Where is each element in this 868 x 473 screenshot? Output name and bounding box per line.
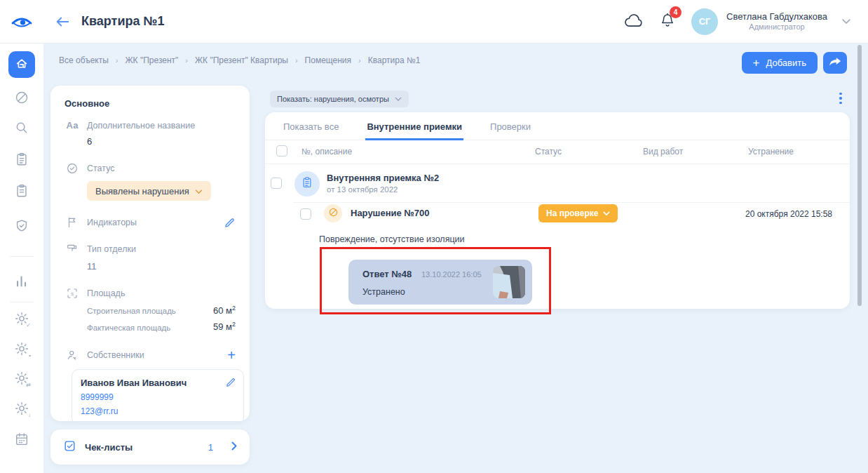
avatar: СГ: [691, 8, 718, 35]
notifications-button[interactable]: 4: [659, 11, 676, 32]
vertical-scrollbar-thumb[interactable]: [857, 45, 862, 306]
status-label: Статус: [87, 164, 115, 173]
violation-status-value: На проверке: [546, 208, 598, 218]
sidebar-item-settings-user[interactable]: •: [8, 336, 35, 363]
area-row: Строительная площадь 60 м2: [87, 305, 236, 316]
sidebar-item-settings-sync[interactable]: ⇄: [8, 366, 35, 392]
owner-card: Иванов Иван Иванович 8999999 123@rr.ru: [72, 369, 244, 425]
inspection-title[interactable]: Внутренняя приемка №2: [327, 173, 439, 183]
sidebar-item-inspections[interactable]: [8, 147, 35, 173]
additional-name-label: Дополнительное название: [87, 121, 195, 131]
owner-phone-link[interactable]: 8999999: [81, 392, 235, 402]
paint-roller-icon: [65, 243, 80, 255]
annotation-highlight-box: Ответ №48 13.10.2022 16:05 Устранено: [320, 247, 551, 314]
notifications-count-badge: 4: [670, 6, 681, 18]
area-row-label: Строительная площадь: [87, 307, 176, 315]
cloud-icon: [624, 13, 644, 30]
checklists-label: Чек-листы: [85, 442, 133, 453]
sidebar-item-violations[interactable]: [8, 85, 35, 112]
app-logo-eye-icon[interactable]: [0, 13, 43, 31]
chevron-down-icon: [603, 208, 610, 218]
owners-label: Собственники: [87, 350, 144, 360]
area-row-sup: 2: [232, 321, 236, 328]
tabs: Показать все Внутренние приемки Проверки: [265, 112, 850, 140]
answer-photo-thumbnail[interactable]: [493, 266, 525, 298]
svg-text:s: s: [71, 291, 74, 297]
checklists-count: 1: [208, 442, 213, 453]
breadcrumb-separator: ›: [116, 56, 118, 65]
breadcrumb-item[interactable]: ЖК "Презент": [126, 55, 179, 65]
tab-show-all[interactable]: Показать все: [282, 112, 340, 140]
info-panel-title: Основное: [65, 98, 236, 109]
sidebar-item-documents[interactable]: [8, 178, 35, 205]
sidebar-divider: [10, 302, 34, 302]
chevron-down-icon: [195, 186, 203, 196]
edit-indicators-button[interactable]: [224, 217, 236, 229]
column-header-description: №, описание: [301, 147, 352, 156]
violation-row-checkbox[interactable]: [300, 208, 311, 220]
tab-checks[interactable]: Проверки: [489, 112, 532, 140]
violation-status-dropdown[interactable]: На проверке: [538, 204, 618, 222]
inspection-row-checkbox[interactable]: [271, 178, 282, 189]
shield-check-icon: [14, 218, 29, 236]
sync-sub-icon: ⇄: [26, 382, 31, 388]
text-aa-icon: Аа: [65, 120, 80, 131]
column-header-status: Статус: [535, 147, 562, 156]
tab-internal-acceptances[interactable]: Внутренние приемки: [365, 112, 463, 140]
column-header-resolution: Устранение: [748, 147, 794, 156]
user-role: Администратор: [726, 22, 827, 32]
download-sub-icon: ↓: [28, 413, 31, 418]
records-column: Показать: нарушения, осмотры Показать вс…: [265, 44, 850, 473]
user-menu[interactable]: СГ Светлана Габдулхакова Администратор: [691, 8, 851, 35]
gear-check-icon: ✓: [14, 311, 29, 328]
status-value: Выявлены нарушения: [95, 186, 189, 196]
additional-name-value: 6: [87, 136, 236, 147]
topbar-actions: 4 СГ Светлана Габдулхакова Администратор: [624, 8, 868, 35]
area-row-label: Фактическая площадь: [87, 324, 170, 332]
owner-email-link[interactable]: 123@rr.ru: [81, 406, 235, 416]
breadcrumb-item[interactable]: Все объекты: [59, 55, 109, 65]
violation-title[interactable]: Нарушение №700: [351, 208, 430, 218]
answer-title: Ответ №48: [362, 269, 412, 279]
area-row-value: 59 м: [213, 322, 232, 333]
check-circle-icon: [65, 162, 80, 175]
area-s-icon: s: [65, 287, 80, 300]
violation-avatar: [324, 204, 342, 222]
divider: [265, 164, 850, 164]
sidebar-item-guarantees[interactable]: [8, 213, 35, 240]
blocked-icon: [328, 207, 339, 220]
edit-owner-button[interactable]: [225, 377, 236, 388]
bar-chart-icon: [14, 274, 29, 291]
select-all-checkbox[interactable]: [276, 145, 287, 156]
filter-label: Показать: нарушения, осмотры: [277, 95, 389, 103]
more-menu-button[interactable]: [834, 88, 847, 108]
status-dropdown[interactable]: Выявлены нарушения: [87, 181, 211, 201]
sidebar-item-home[interactable]: [8, 51, 35, 78]
cloud-sync-button[interactable]: [624, 13, 644, 30]
owner-name: Иванов Иван Иванович: [81, 378, 214, 388]
sidebar-item-settings-download[interactable]: ↓: [8, 396, 35, 422]
info-panel: Основное Аа Дополнительное название 6 Ст…: [50, 86, 250, 421]
chevron-down-icon: [395, 95, 402, 103]
sidebar-item-search[interactable]: [8, 115, 35, 142]
violation-description: Повреждение, отсутствие изоляции: [319, 234, 465, 244]
indicators-label: Индикаторы: [87, 218, 137, 227]
sidebar-item-statistics[interactable]: [8, 269, 35, 295]
checklists-card[interactable]: Чек-листы 1: [50, 429, 250, 465]
chevron-down-icon: [841, 16, 851, 27]
documents-icon: [14, 183, 29, 201]
column-header-work-type: Вид работ: [643, 147, 683, 156]
inspection-avatar: [294, 171, 320, 196]
sidebar-item-settings-check[interactable]: ✓: [8, 306, 35, 333]
add-owner-button[interactable]: +: [227, 348, 236, 362]
finish-type-value: 11: [87, 261, 236, 272]
finish-type-label: Тип отделки: [87, 244, 136, 254]
answer-card[interactable]: Ответ №48 13.10.2022 16:05 Устранено: [348, 260, 532, 305]
sidebar-item-calendar[interactable]: [8, 427, 35, 453]
checkbox-check-icon: [63, 439, 76, 455]
show-filter-dropdown[interactable]: Показать: нарушения, осмотры: [270, 91, 409, 107]
check-sub-icon: ✓: [26, 323, 31, 328]
sidebar-divider: [10, 256, 34, 257]
dot: [839, 93, 842, 95]
back-button[interactable]: [55, 15, 70, 28]
